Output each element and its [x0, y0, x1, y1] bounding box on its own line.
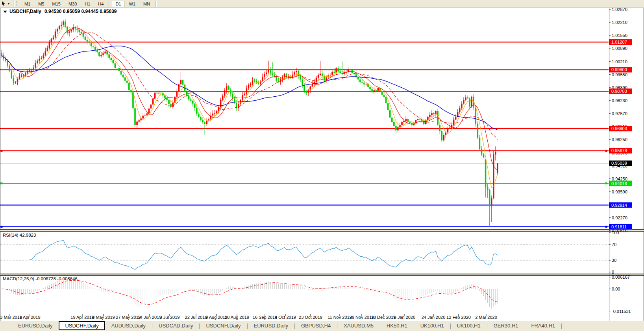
timeframe-button-h1[interactable]: H1	[81, 1, 94, 7]
date-label: 29 Nov 2019	[350, 315, 374, 320]
date-label: 4 Oct 2019	[275, 315, 296, 320]
tab-fra40-h1[interactable]: FRA40,H1	[525, 322, 562, 330]
svg-text:0.92914: 0.92914	[611, 203, 627, 208]
tab-eurusd-daily[interactable]: EURUSD,Daily	[248, 322, 294, 330]
timeframe-button-m15[interactable]: M15	[48, 1, 64, 7]
tab-usdcnh-daily[interactable]: USDCNH,Daily	[200, 322, 247, 330]
svg-text:0.006167: 0.006167	[612, 275, 630, 280]
timeframe-button-w1[interactable]: W1	[125, 1, 139, 7]
svg-text:-0.011531: -0.011531	[612, 309, 631, 314]
svg-text:0.00: 0.00	[612, 287, 620, 291]
svg-text:0.91811: 0.91811	[611, 224, 627, 229]
svg-text:0.98703: 0.98703	[611, 89, 627, 94]
caret-down-icon: ▼	[7, 2, 10, 6]
svg-text:1.01207: 1.01207	[611, 40, 627, 44]
timeframe-button-d1[interactable]: D1	[112, 1, 124, 7]
svg-text:0.97570: 0.97570	[612, 111, 627, 116]
chart-title-symbol: USDCHF,Daily	[9, 9, 41, 14]
toolbar-grip[interactable]	[17, 1, 19, 6]
cursor-arrow-icon	[2, 1, 6, 6]
date-label: 27 May 2019	[116, 315, 141, 320]
mt4-window: { "toolbar": { "tool_icon": "cursor-arro…	[0, 0, 644, 331]
chart-title-ohlc: 0.94530 0.95059 0.94445 0.95039	[44, 9, 117, 14]
date-label: 24 Jan 2020	[422, 315, 446, 320]
date-label: 11 Nov 2019	[328, 315, 352, 320]
tab-uk100-h1[interactable]: UK100,H1	[414, 322, 450, 330]
svg-text:0.96803: 0.96803	[611, 126, 627, 131]
timeframe-buttons: M1M5M15M30H1H4D1W1MN	[20, 1, 158, 7]
tab-usdchf-daily[interactable]: USDCHF,Daily	[59, 321, 105, 330]
tab-uk100-h1[interactable]: UK100,H1	[451, 322, 487, 330]
toolbar-separator	[155, 1, 157, 7]
toolbar-separator	[109, 1, 110, 7]
top-toolbar: ▼ M1M5M15M30H1H4D1W1MN	[0, 0, 644, 8]
timeframe-button-mn[interactable]: MN	[140, 1, 154, 7]
svg-text:30: 30	[612, 258, 616, 263]
price-line-handle[interactable]	[1, 150, 3, 152]
tab-separator	[561, 324, 562, 329]
svg-text:0.98230: 0.98230	[612, 98, 627, 103]
svg-text:100: 100	[612, 230, 619, 235]
date-label: 28 Aug 2019	[225, 315, 249, 320]
tab-hk50-h1[interactable]: HK50,H1	[380, 322, 414, 330]
date-label: 1 Apr 2019	[19, 315, 40, 320]
cursor-tool-button[interactable]: ▼	[0, 0, 12, 7]
date-label: 3 Jul 2019	[160, 315, 180, 320]
svg-text:0.95039: 0.95039	[611, 161, 627, 166]
date-label: 2 Mar 2020	[475, 315, 497, 320]
date-label: 19 Apr 2019	[70, 315, 94, 320]
price-line-handle[interactable]	[605, 182, 607, 184]
chart-window: USDCHF,Daily 0.94530 0.95059 0.94445 0.9…	[0, 8, 644, 321]
svg-text:0.95678: 0.95678	[611, 148, 627, 153]
date-label: 12 Feb 2020	[446, 315, 471, 320]
svg-text:0.94250: 0.94250	[612, 177, 627, 181]
date-label: 22 Jul 2019	[185, 315, 207, 320]
macd-label: MACD(12,26,9) -0.006728 -0.008646	[3, 276, 78, 281]
date-label: 14 Jun 2019	[138, 315, 162, 320]
svg-text:1.00210: 1.00210	[612, 59, 627, 64]
timeframe-button-m1[interactable]: M1	[21, 1, 34, 7]
price-line-handle[interactable]	[605, 150, 607, 152]
date-label: 23 Oct 2019	[299, 315, 322, 320]
timeframe-button-h4[interactable]: H4	[94, 1, 107, 7]
date-label: 8 May 2019	[92, 315, 115, 320]
svg-text:0.96250: 0.96250	[612, 137, 627, 142]
rsi-label: RSI(14) 42.9823	[3, 233, 36, 237]
tab-xauusd-m5[interactable]: XAUUSD,M5	[337, 322, 380, 330]
tab-eurusd-daily[interactable]: EURUSD,Daily	[12, 322, 59, 330]
timeframe-button-m30[interactable]: M30	[65, 1, 80, 7]
date-label: 16 Sep 2019	[253, 315, 277, 320]
svg-text:0.99800: 0.99800	[611, 67, 627, 72]
svg-text:0.92270: 0.92270	[612, 215, 627, 220]
tab-ger30-h1[interactable]: GER30,H1	[487, 322, 525, 330]
toolbar-separator	[13, 1, 15, 7]
svg-text:0.93590: 0.93590	[612, 189, 627, 194]
svg-text:0.94016: 0.94016	[611, 181, 627, 186]
svg-text:0: 0	[612, 270, 614, 274]
price-line-handle[interactable]	[1, 182, 3, 184]
date-label: 6 Jan 2020	[394, 315, 415, 320]
date-label: 18 Dec 2019	[371, 315, 396, 320]
timeframe-button-m5[interactable]: M5	[35, 1, 48, 7]
price-line-handle[interactable]	[1, 226, 3, 228]
tab-gbpusd-h4[interactable]: GBPUSD,H4	[295, 322, 337, 330]
price-line-handle[interactable]	[605, 226, 607, 228]
svg-text:1.00890: 1.00890	[612, 46, 627, 51]
svg-text:1.01550: 1.01550	[612, 33, 627, 38]
date-axis[interactable]: 13 Mar 20191 Apr 201919 Apr 20198 May 20…	[0, 314, 497, 320]
date-label: 9 Aug 2019	[205, 315, 228, 320]
svg-text:0.99550: 0.99550	[612, 72, 627, 77]
tab-usdcad-daily[interactable]: USDCAD,Daily	[152, 322, 199, 330]
svg-text:70: 70	[612, 242, 616, 247]
svg-text:1.02210: 1.02210	[612, 20, 627, 25]
svg-text:1.02870: 1.02870	[612, 8, 627, 12]
tab-audusd-daily[interactable]: AUDUSD,Daily	[105, 322, 152, 330]
bottom-tab-bar: EURUSD,DailyUSDCHF,DailyAUDUSD,DailyUSDC…	[0, 321, 644, 331]
date-label: 13 Mar 2019	[0, 315, 22, 320]
